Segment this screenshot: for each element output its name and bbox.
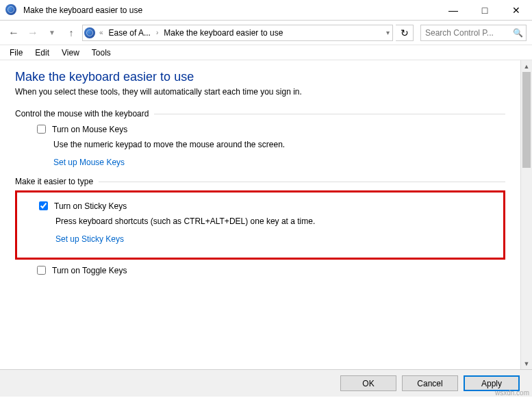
app-icon <box>5 4 18 16</box>
mouse-keys-description: Use the numeric keypad to move the mouse… <box>53 140 505 149</box>
sticky-keys-option[interactable]: Turn on Sticky Keys <box>36 199 503 212</box>
recent-dropdown-icon[interactable]: ▼ <box>44 25 60 41</box>
sticky-keys-description: Press keyboard shortcuts (such as CTRL+A… <box>55 216 503 226</box>
sticky-keys-highlight: Turn on Sticky Keys Press keyboard short… <box>15 190 505 260</box>
content-area: Make the keyboard easier to use When you… <box>0 60 520 369</box>
toggle-keys-checkbox[interactable] <box>37 266 46 275</box>
menu-file[interactable]: File <box>4 47 28 59</box>
address-root-chevron-icon[interactable]: « <box>98 29 105 36</box>
address-icon <box>84 27 95 38</box>
maximize-button[interactable]: □ <box>469 0 501 21</box>
scroll-up-icon[interactable]: ▲ <box>521 60 532 72</box>
window-titlebar: Make the keyboard easier to use — □ ✕ <box>0 0 532 21</box>
toggle-keys-option[interactable]: Turn on Toggle Keys <box>34 264 505 277</box>
mouse-keys-label: Turn on Mouse Keys <box>52 125 127 134</box>
back-button[interactable]: ← <box>5 25 22 41</box>
search-box[interactable]: 🔍 <box>420 25 527 41</box>
dialog-buttons: OK Cancel Apply <box>0 369 532 397</box>
address-dropdown-icon[interactable]: ▾ <box>385 29 391 36</box>
address-bar[interactable]: « Ease of A... › Make the keyboard easie… <box>82 25 393 41</box>
nav-toolbar: ← → ▼ ↑ « Ease of A... › Make the keyboa… <box>0 21 532 45</box>
up-button[interactable]: ↑ <box>63 25 79 41</box>
mouse-keys-option[interactable]: Turn on Mouse Keys <box>34 123 505 136</box>
watermark: wsxdn.com <box>495 389 529 397</box>
scroll-down-icon[interactable]: ▼ <box>521 358 532 369</box>
mouse-keys-checkbox[interactable] <box>37 125 46 134</box>
search-input[interactable] <box>424 27 523 38</box>
page-title: Make the keyboard easier to use <box>15 70 505 84</box>
menu-tools[interactable]: Tools <box>86 47 116 59</box>
breadcrumb-current[interactable]: Make the keyboard easier to use <box>162 28 284 38</box>
sticky-keys-checkbox[interactable] <box>39 201 48 210</box>
window-title: Make the keyboard easier to use <box>23 5 438 15</box>
section-mouse-header: Control the mouse with the keyboard <box>15 109 505 119</box>
section-type-header: Make it easier to type <box>15 177 505 186</box>
sticky-keys-label: Turn on Sticky Keys <box>54 201 127 211</box>
ok-button[interactable]: OK <box>340 375 396 391</box>
page-subtitle: When you select these tools, they will a… <box>15 87 505 97</box>
setup-sticky-keys-link[interactable]: Set up Sticky Keys <box>55 234 503 244</box>
refresh-button[interactable]: ↻ <box>396 25 414 41</box>
minimize-button[interactable]: — <box>438 0 469 21</box>
forward-button[interactable]: → <box>25 25 41 41</box>
breadcrumb-ease-of-access[interactable]: Ease of A... <box>107 28 152 38</box>
search-icon[interactable]: 🔍 <box>513 28 523 38</box>
menu-edit[interactable]: Edit <box>29 47 55 59</box>
chevron-right-icon[interactable]: › <box>155 29 160 36</box>
toggle-keys-label: Turn on Toggle Keys <box>52 266 127 275</box>
scroll-thumb[interactable] <box>522 72 531 168</box>
setup-mouse-keys-link[interactable]: Set up Mouse Keys <box>53 158 505 167</box>
close-button[interactable]: ✕ <box>501 0 532 21</box>
vertical-scrollbar[interactable]: ▲ ▼ <box>520 60 532 369</box>
cancel-button[interactable]: Cancel <box>402 375 458 391</box>
menu-view[interactable]: View <box>56 47 85 59</box>
menu-bar: File Edit View Tools <box>0 45 532 60</box>
